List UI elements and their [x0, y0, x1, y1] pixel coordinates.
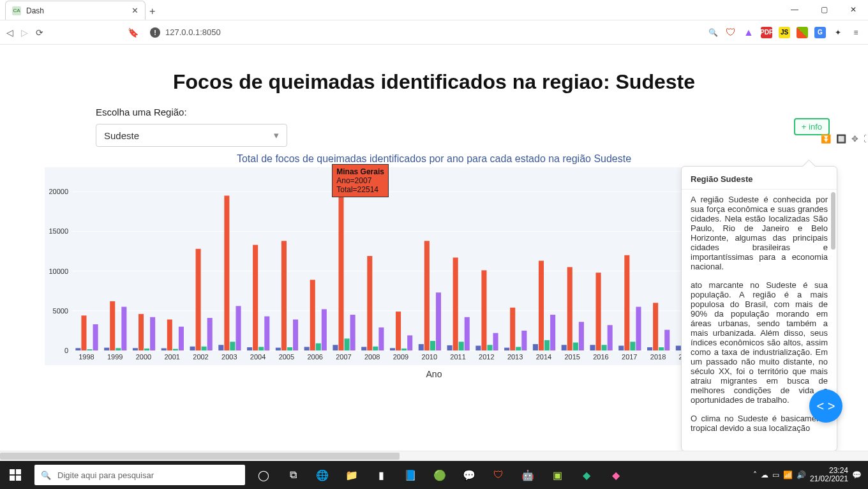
svg-text:2018: 2018 [650, 353, 666, 361]
svg-rect-47 [287, 347, 292, 350]
svg-rect-113 [664, 330, 670, 350]
modebar-zoom-icon[interactable]: 🔲 [836, 134, 846, 144]
plotly-modebar: ⏬ 🔲 ✥ ⛶ 🏠 ↔ ↺ ▥ [821, 134, 868, 144]
svg-rect-35 [218, 345, 223, 350]
svg-rect-12 [87, 349, 92, 350]
nav-back-button[interactable]: ◁ [6, 27, 13, 38]
svg-text:2015: 2015 [564, 353, 580, 361]
site-info-icon[interactable]: ! [150, 27, 160, 38]
svg-rect-78 [465, 317, 470, 350]
svg-rect-107 [630, 342, 635, 350]
svg-rect-37 [230, 342, 235, 350]
svg-rect-48 [293, 319, 298, 350]
info-button[interactable]: + info [794, 118, 830, 135]
nav-reload-button[interactable]: ⟳ [36, 27, 43, 38]
extensions-button[interactable]: ✦ [832, 27, 844, 38]
popover-paragraph: O clima no Sudeste é basicamente tropica… [691, 414, 828, 433]
svg-rect-38 [236, 306, 241, 350]
svg-text:5000: 5000 [53, 307, 68, 315]
svg-rect-50 [304, 347, 310, 350]
svg-rect-25 [161, 349, 167, 350]
browser-menu-button[interactable]: ≡ [850, 27, 862, 38]
svg-text:2016: 2016 [593, 353, 608, 361]
svg-rect-52 [316, 343, 321, 350]
google-translate-icon[interactable]: G [814, 27, 826, 38]
chart-title: Total de focos de queimadas identificado… [38, 153, 830, 165]
svg-text:2000: 2000 [136, 353, 151, 361]
svg-rect-93 [550, 315, 555, 350]
bookmark-icon[interactable]: 🔖 [128, 27, 138, 38]
zoom-icon[interactable]: 🔍 [707, 27, 719, 38]
tab-close-icon[interactable]: ✕ [131, 6, 138, 15]
svg-rect-18 [121, 307, 126, 350]
chevron-down-icon: ▾ [274, 130, 279, 141]
new-tab-button[interactable]: + [149, 6, 155, 20]
svg-text:1998: 1998 [79, 353, 94, 361]
region-select[interactable]: Sudeste ▾ [96, 124, 287, 147]
popover-paragraph: ato marcante no Sudeste é sua população.… [691, 280, 828, 405]
svg-rect-55 [333, 345, 338, 350]
svg-rect-91 [539, 260, 544, 350]
svg-text:10000: 10000 [49, 267, 68, 275]
svg-rect-83 [493, 333, 498, 350]
svg-rect-66 [396, 312, 401, 350]
svg-rect-72 [430, 341, 435, 350]
svg-rect-51 [310, 280, 315, 350]
ms-extension-icon[interactable] [797, 27, 808, 38]
svg-rect-41 [253, 245, 258, 350]
plot-area[interactable]: 0500010000150002000019981999200020012002… [45, 167, 734, 365]
svg-rect-82 [487, 345, 492, 350]
svg-text:2010: 2010 [422, 353, 437, 361]
modebar-pan-icon[interactable]: ✥ [851, 134, 858, 144]
window-minimize-button[interactable]: — [780, 0, 809, 20]
svg-rect-57 [345, 338, 350, 350]
svg-rect-43 [264, 317, 269, 350]
svg-rect-60 [361, 347, 366, 350]
pdf-extension-icon[interactable]: PDF [761, 27, 772, 38]
svg-rect-13 [93, 324, 98, 350]
js-extension-icon[interactable]: JS [779, 27, 790, 38]
chart-tooltip: Minas Gerais Ano=2007 Total=22514 [332, 164, 389, 197]
modebar-download-icon[interactable]: ⏬ [821, 134, 831, 144]
browser-tab[interactable]: CA Dash ✕ [5, 1, 146, 20]
tab-favicon: CA [12, 6, 21, 15]
svg-rect-33 [207, 318, 213, 350]
brave-shield-icon[interactable]: 🛡 [725, 27, 737, 38]
svg-rect-40 [247, 347, 252, 350]
popover-scrollbar-thumb[interactable] [831, 192, 835, 250]
tooltip-line2: Total=22514 [336, 185, 384, 194]
dash-devtools-button[interactable]: < > [809, 389, 842, 423]
svg-text:2006: 2006 [307, 353, 322, 361]
browser-titlebar: CA Dash ✕ + — ▢ ✕ [0, 0, 868, 20]
modebar-select-icon[interactable]: ⛶ [864, 134, 868, 144]
svg-rect-81 [481, 270, 486, 350]
svg-rect-92 [544, 340, 550, 350]
browser-toolbar: ◁ ▷ ⟳ 🔖 ! 127.0.0.1:8050 🔍 🛡 ▲ PDF JS G … [0, 20, 868, 45]
svg-rect-100 [590, 345, 595, 350]
page-horizontal-scrollbar[interactable] [0, 451, 868, 461]
svg-rect-17 [116, 348, 121, 350]
bat-icon[interactable]: ▲ [743, 27, 754, 38]
svg-rect-28 [179, 327, 184, 350]
popover-title: Região Sudeste [682, 167, 837, 190]
svg-rect-115 [676, 346, 681, 350]
svg-rect-26 [167, 319, 172, 350]
svg-rect-106 [624, 255, 629, 350]
svg-rect-10 [75, 348, 80, 350]
svg-rect-31 [196, 249, 201, 350]
svg-rect-16 [110, 301, 115, 350]
window-close-button[interactable]: ✕ [839, 0, 868, 20]
svg-rect-42 [258, 347, 264, 350]
popover-paragraph: A região Sudeste é conhecida por sua for… [691, 195, 828, 271]
svg-rect-70 [419, 344, 424, 350]
page-scrollbar-thumb[interactable] [0, 453, 400, 460]
svg-text:2014: 2014 [536, 353, 551, 361]
region-select-label: Escolha uma Região: [96, 107, 287, 117]
nav-forward-button[interactable]: ▷ [21, 27, 28, 38]
svg-rect-108 [636, 307, 641, 350]
svg-rect-80 [475, 346, 481, 350]
address-bar[interactable]: ! 127.0.0.1:8050 [146, 27, 700, 38]
svg-rect-11 [81, 315, 86, 350]
window-maximize-button[interactable]: ▢ [809, 0, 839, 20]
svg-rect-71 [424, 241, 430, 350]
